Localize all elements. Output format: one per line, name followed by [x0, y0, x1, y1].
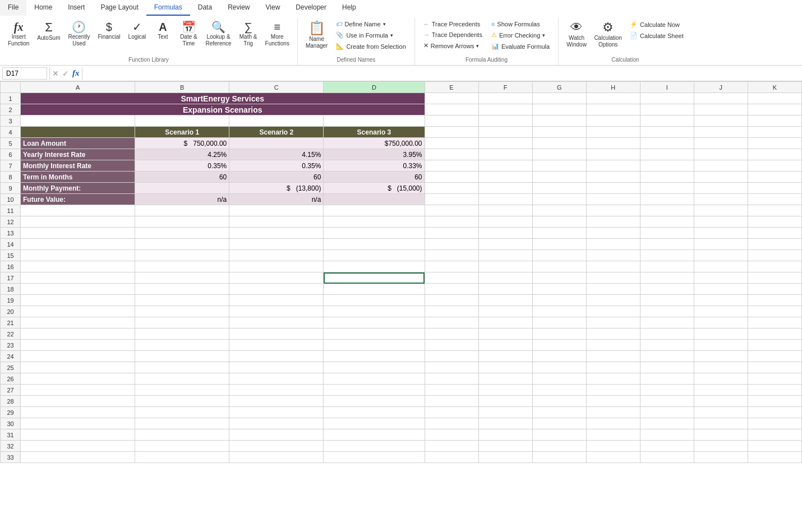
- recently-used-button[interactable]: 🕐 Recently Used: [65, 19, 94, 49]
- cell-G5[interactable]: [532, 138, 586, 149]
- insert-function-button[interactable]: fx Insert Function: [4, 19, 33, 49]
- cell-A1[interactable]: SmartEnergy Services: [21, 93, 425, 104]
- cell-H1[interactable]: [586, 93, 640, 104]
- cell-H6[interactable]: [586, 149, 640, 160]
- cell-J2[interactable]: [694, 104, 748, 115]
- col-header-K[interactable]: K: [748, 82, 801, 93]
- tab-developer[interactable]: Developer: [288, 0, 334, 16]
- cell-C8[interactable]: 60: [229, 172, 324, 183]
- cell-J1[interactable]: [694, 93, 748, 104]
- col-header-D[interactable]: D: [324, 82, 425, 93]
- cell-G6[interactable]: [532, 149, 586, 160]
- cell-K9[interactable]: [748, 183, 801, 194]
- trace-precedents-button[interactable]: ← Trace Precedents: [420, 19, 486, 29]
- cell-I8[interactable]: [640, 172, 694, 183]
- cell-F7[interactable]: [478, 160, 532, 172]
- cell-H17[interactable]: [586, 272, 640, 284]
- cell-I6[interactable]: [640, 149, 694, 160]
- row-header-8[interactable]: 8: [1, 172, 21, 183]
- cell-A8[interactable]: Term in Months: [21, 172, 135, 183]
- cell-K10[interactable]: [748, 194, 801, 205]
- cell-I5[interactable]: [640, 138, 694, 149]
- tab-insert[interactable]: Insert: [60, 0, 93, 16]
- cell-F6[interactable]: [478, 149, 532, 160]
- cell-C17[interactable]: [229, 272, 324, 284]
- tab-pagelayout[interactable]: Page Layout: [93, 0, 146, 16]
- cell-A9[interactable]: Monthly Payment:: [21, 183, 135, 194]
- cell-C3[interactable]: [229, 115, 324, 127]
- cell-E3[interactable]: [425, 115, 478, 127]
- cell-A2[interactable]: Expansion Scenarios: [21, 104, 425, 115]
- cell-F2[interactable]: [478, 104, 532, 115]
- row-header-10[interactable]: 10: [1, 194, 21, 205]
- cell-A17[interactable]: [21, 272, 135, 284]
- autosum-button[interactable]: Σ AutoSum: [34, 19, 63, 44]
- date-time-button[interactable]: 📅 Date & Time: [176, 19, 201, 49]
- row-header-17[interactable]: 17: [1, 272, 21, 284]
- row-header-4[interactable]: 4: [1, 127, 21, 138]
- cell-E17[interactable]: [425, 272, 478, 284]
- cell-H7[interactable]: [586, 160, 640, 172]
- cell-B17[interactable]: [135, 272, 229, 284]
- cell-K8[interactable]: [748, 172, 801, 183]
- cell-A10[interactable]: Future Value:: [21, 194, 135, 205]
- text-button[interactable]: A Text: [150, 19, 175, 43]
- cell-F10[interactable]: [478, 194, 532, 205]
- watch-window-button[interactable]: 👁 Watch Window: [563, 19, 590, 50]
- calculate-now-button[interactable]: ⚡ Calculate Now: [626, 19, 688, 30]
- cell-C9[interactable]: $ (13,800): [229, 183, 324, 194]
- cell-J7[interactable]: [694, 160, 748, 172]
- cell-B7[interactable]: 0.35%: [135, 160, 229, 172]
- col-header-E[interactable]: E: [425, 82, 478, 93]
- cell-I3[interactable]: [640, 115, 694, 127]
- cell-B4[interactable]: Scenario 1: [135, 127, 229, 138]
- lookup-ref-button[interactable]: 🔍 Lookup & Reference: [202, 19, 234, 49]
- cell-K5[interactable]: [748, 138, 801, 149]
- row-header-3[interactable]: 3: [1, 115, 21, 127]
- create-from-selection-button[interactable]: 📐 Create from Selection: [332, 41, 409, 52]
- tab-review[interactable]: Review: [220, 0, 257, 16]
- cell-B10[interactable]: n/a: [135, 194, 229, 205]
- cell-E8[interactable]: [425, 172, 478, 183]
- cell-F9[interactable]: [478, 183, 532, 194]
- calculate-sheet-button[interactable]: 📄 Calculate Sheet: [626, 30, 688, 41]
- row-header-6[interactable]: 6: [1, 149, 21, 160]
- cell-I17[interactable]: [640, 272, 694, 284]
- cell-E5[interactable]: [425, 138, 478, 149]
- cell-I1[interactable]: [640, 93, 694, 104]
- cell-G17[interactable]: [532, 272, 586, 284]
- error-checking-button[interactable]: ⚠ Error Checking ▾: [487, 30, 554, 40]
- col-header-J[interactable]: J: [694, 82, 748, 93]
- use-in-formula-button[interactable]: 📎 Use in Formula ▾: [332, 30, 409, 40]
- math-trig-button[interactable]: ∑ Math & Trig: [236, 19, 261, 49]
- cell-E7[interactable]: [425, 160, 478, 172]
- cell-F3[interactable]: [478, 115, 532, 127]
- cell-A5[interactable]: Loan Amount: [21, 138, 135, 149]
- cell-A3[interactable]: [21, 115, 135, 127]
- cell-G10[interactable]: [532, 194, 586, 205]
- cell-F1[interactable]: [478, 93, 532, 104]
- cell-G9[interactable]: [532, 183, 586, 194]
- cell-G1[interactable]: [532, 93, 586, 104]
- tab-view[interactable]: View: [258, 0, 288, 16]
- row-header-5[interactable]: 5: [1, 138, 21, 149]
- row-header-2[interactable]: 2: [1, 104, 21, 115]
- cell-D7[interactable]: 0.33%: [324, 160, 425, 172]
- cell-E4[interactable]: [425, 127, 478, 138]
- cell-I4[interactable]: [640, 127, 694, 138]
- cell-A6[interactable]: Yearly Interest Rate: [21, 149, 135, 160]
- cell-C10[interactable]: n/a: [229, 194, 324, 205]
- cell-D3[interactable]: [324, 115, 425, 127]
- more-functions-button[interactable]: ≡ More Functions: [262, 19, 293, 49]
- cell-D17[interactable]: [324, 272, 425, 284]
- cell-C4[interactable]: Scenario 2: [229, 127, 324, 138]
- cell-I2[interactable]: [640, 104, 694, 115]
- cell-C7[interactable]: 0.35%: [229, 160, 324, 172]
- cell-J6[interactable]: [694, 149, 748, 160]
- col-header-H[interactable]: H: [586, 82, 640, 93]
- cell-J5[interactable]: [694, 138, 748, 149]
- cell-K3[interactable]: [748, 115, 801, 127]
- cell-K1[interactable]: [748, 93, 801, 104]
- cell-B6[interactable]: 4.25%: [135, 149, 229, 160]
- cell-F4[interactable]: [478, 127, 532, 138]
